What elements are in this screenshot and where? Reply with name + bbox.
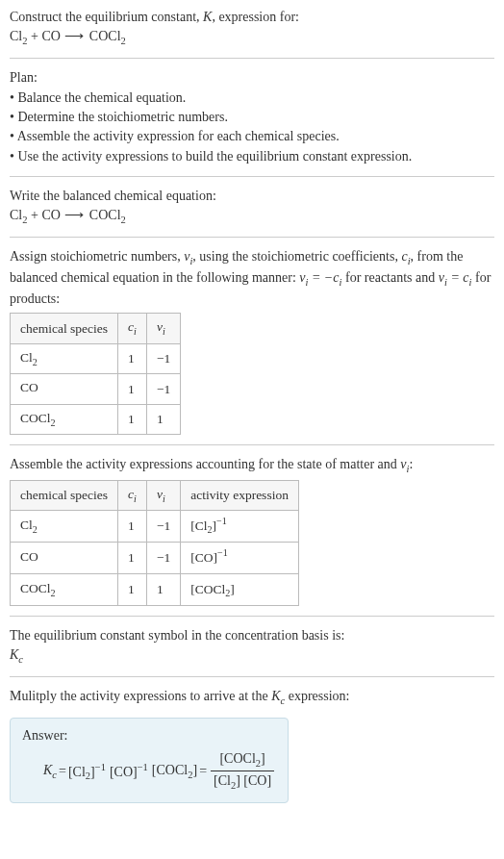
- table-row: Cl2 1 −1 [Cl2]−1: [11, 511, 299, 543]
- cell-ci: 1: [118, 374, 147, 404]
- prompt-text-b: , expression for:: [212, 10, 299, 24]
- divider: [10, 676, 494, 677]
- plan-item: Assemble the activity expression for eac…: [10, 127, 494, 146]
- cell-ci: 1: [118, 573, 147, 605]
- fraction-denominator: [Cl2] [CO]: [211, 771, 274, 793]
- cell-species: CO: [11, 543, 118, 574]
- c-symbol: ci: [401, 249, 410, 264]
- fraction-numerator: [COCl2]: [211, 749, 274, 771]
- table-row: CO 1 −1: [11, 374, 181, 404]
- text: Assign stoichiometric numbers,: [10, 249, 184, 264]
- arrow-icon: ⟶: [61, 208, 89, 222]
- cell-nui: −1: [146, 511, 180, 543]
- nu-eq-neg-c: νi = −ci: [299, 270, 341, 285]
- divider: [10, 237, 494, 238]
- activity-section: Assemble the activity expressions accoun…: [10, 455, 494, 606]
- species-cocl2: COCl2: [89, 208, 126, 222]
- species-cl2: Cl2: [10, 29, 27, 43]
- divider: [10, 176, 494, 177]
- col-species: chemical species: [11, 314, 118, 343]
- col-nui: νi: [146, 480, 180, 510]
- plan-list: Balance the chemical equation. Determine…: [10, 88, 494, 166]
- species-co: CO: [41, 208, 60, 222]
- cell-ci: 1: [118, 511, 147, 543]
- stoich-intro: Assign stoichiometric numbers, νi, using…: [10, 247, 494, 309]
- cell-species: Cl2: [11, 343, 118, 373]
- text: for reactants and: [341, 270, 438, 285]
- cell-ci: 1: [118, 404, 147, 434]
- table-header-row: chemical species ci νi activity expressi…: [11, 480, 299, 510]
- species-cocl2: COCl2: [89, 29, 126, 43]
- answer-expression: Kc = [Cl2]−1 [CO]−1 [COCl2] = [COCl2] [C…: [22, 749, 276, 793]
- cell-nui: 1: [146, 404, 180, 434]
- equals-sign: =: [59, 762, 66, 781]
- symbol-section: The equilibrium constant symbol in the c…: [10, 626, 494, 667]
- balanced-heading: Write the balanced chemical equation:: [10, 187, 494, 206]
- stoich-section: Assign stoichiometric numbers, νi, using…: [10, 247, 494, 435]
- col-species: chemical species: [11, 480, 118, 510]
- answer-label: Answer:: [22, 726, 276, 745]
- answer-box: Answer: Kc = [Cl2]−1 [CO]−1 [COCl2] = [C…: [10, 718, 289, 803]
- kc-symbol: Kc: [10, 645, 494, 667]
- cell-activity: [COCl2]: [181, 573, 299, 605]
- table-row: Cl2 1 −1: [11, 343, 181, 373]
- stoich-table: chemical species ci νi Cl2 1 −1 CO 1 −1 …: [10, 313, 181, 434]
- plan-item: Determine the stoichiometric numbers.: [10, 108, 494, 127]
- cell-ci: 1: [118, 343, 147, 373]
- plan-section: Plan: Balance the chemical equation. Det…: [10, 68, 494, 165]
- divider: [10, 444, 494, 445]
- cell-activity: [Cl2]−1: [181, 511, 299, 543]
- balanced-equation: Cl2 + CO ⟶ COCl2: [10, 208, 126, 222]
- kc-symbol: Kc: [43, 761, 57, 782]
- cell-activity: [CO]−1: [181, 543, 299, 574]
- plan-heading: Plan:: [10, 68, 494, 88]
- K-symbol: K: [203, 10, 212, 24]
- table-row: COCl2 1 1: [11, 404, 181, 434]
- col-nui: νi: [146, 314, 180, 343]
- text: Assemble the activity expressions accoun…: [10, 457, 400, 471]
- symbol-text: The equilibrium constant symbol in the c…: [10, 626, 494, 645]
- cell-species: COCl2: [11, 573, 118, 605]
- text: , using the stoichiometric coefficients,: [192, 249, 401, 264]
- col-ci: ci: [118, 480, 147, 510]
- cell-ci: 1: [118, 543, 147, 574]
- cell-species: COCl2: [11, 404, 118, 434]
- table-header-row: chemical species ci νi: [11, 314, 181, 343]
- plus-sign: +: [27, 29, 41, 43]
- nu-eq-c: νi = ci: [439, 270, 472, 285]
- fraction: [COCl2] [Cl2] [CO]: [211, 749, 274, 793]
- balanced-section: Write the balanced chemical equation: Cl…: [10, 187, 494, 227]
- cell-nui: −1: [146, 374, 180, 404]
- arrow-icon: ⟶: [61, 29, 89, 43]
- reaction-equation: Cl2 + CO ⟶ COCl2: [10, 29, 126, 43]
- multiply-text-b: expression:: [285, 689, 349, 703]
- table-row: COCl2 1 1 [COCl2]: [11, 573, 299, 605]
- divider: [10, 616, 494, 617]
- species-co: CO: [41, 29, 60, 43]
- cell-nui: −1: [146, 343, 180, 373]
- activity-table: chemical species ci νi activity expressi…: [10, 480, 299, 606]
- col-ci: ci: [118, 314, 147, 343]
- cell-species: Cl2: [11, 511, 118, 543]
- table-row: CO 1 −1 [CO]−1: [11, 543, 299, 574]
- term-cl2-inv: [Cl2]−1: [68, 760, 106, 784]
- term-cocl2: [COCl2]: [152, 761, 197, 782]
- species-cl2: Cl2: [10, 208, 27, 222]
- cell-nui: −1: [146, 543, 180, 574]
- multiply-text-a: Mulitply the activity expressions to arr…: [10, 689, 271, 703]
- plus-sign: +: [27, 208, 41, 222]
- kc-symbol: Kc: [271, 689, 285, 703]
- multiply-section: Mulitply the activity expressions to arr…: [10, 687, 494, 708]
- equals-sign: =: [199, 762, 207, 781]
- plan-item: Balance the chemical equation.: [10, 88, 494, 108]
- divider: [10, 58, 494, 59]
- activity-intro: Assemble the activity expressions accoun…: [10, 455, 494, 476]
- cell-nui: 1: [146, 573, 180, 605]
- prompt-text-a: Construct the equilibrium constant,: [10, 10, 203, 24]
- cell-species: CO: [11, 374, 118, 404]
- prompt: Construct the equilibrium constant, K, e…: [10, 8, 494, 48]
- term-co-inv: [CO]−1: [110, 760, 148, 782]
- plan-item: Use the activity expressions to build th…: [10, 147, 494, 166]
- nu-symbol: νi: [184, 249, 192, 264]
- text: :: [409, 457, 413, 471]
